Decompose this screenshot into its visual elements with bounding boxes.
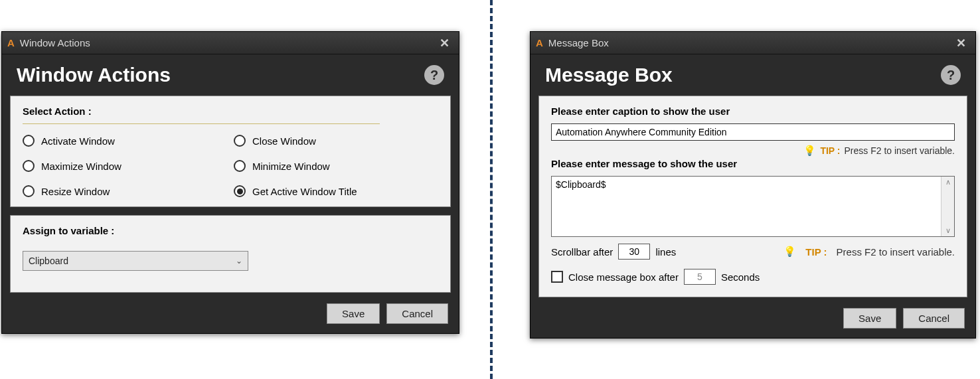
assign-variable-label: Assign to variable : [23, 225, 438, 236]
dialog-header: Message Box ? [531, 54, 975, 96]
select-action-panel: Select Action : Activate Window Close Wi… [10, 96, 451, 207]
save-button[interactable]: Save [327, 303, 380, 324]
radio-activate-window[interactable]: Activate Window [23, 135, 227, 147]
radio-icon [234, 185, 246, 197]
lightbulb-icon: 💡 [803, 145, 816, 157]
radio-label: Resize Window [41, 186, 110, 197]
scroll-up-icon[interactable]: ∧ [945, 178, 951, 187]
scrollbar-setting: Scrollbar after lines [551, 244, 676, 260]
radio-resize-window[interactable]: Resize Window [23, 185, 227, 197]
titlebar-title: Window Actions [20, 37, 436, 48]
tip-label: TIP : [820, 145, 840, 156]
assign-variable-panel: Assign to variable : Clipboard ⌄ [10, 215, 451, 293]
radio-get-active-window-title[interactable]: Get Active Window Title [234, 185, 438, 197]
radio-icon [23, 160, 35, 172]
dialog-heading: Window Actions [17, 64, 424, 86]
radio-label: Maximize Window [41, 161, 122, 172]
radio-label: Get Active Window Title [252, 186, 357, 197]
radio-label: Close Window [252, 135, 316, 147]
tip-row-message: 💡 TIP : Press F2 to insert variable. [783, 246, 955, 258]
scrollbar-suffix: lines [655, 246, 676, 258]
message-textarea[interactable] [552, 177, 941, 236]
radio-maximize-window[interactable]: Maximize Window [23, 160, 227, 172]
dialog-header: Window Actions ? [2, 54, 459, 96]
caption-input[interactable] [551, 123, 955, 141]
close-icon[interactable]: ✕ [952, 36, 970, 50]
scrollbar-lines-input[interactable] [618, 244, 650, 260]
variable-select-value: Clipboard [29, 256, 68, 266]
message-textarea-wrap: ∧ ∨ [551, 176, 955, 237]
dialog-heading: Message Box [545, 64, 941, 86]
tip-row-caption: 💡 TIP : Press F2 to insert variable. [551, 145, 955, 157]
radio-icon [234, 160, 246, 172]
close-after-checkbox[interactable] [551, 271, 563, 283]
lightbulb-icon: 💡 [783, 246, 796, 258]
app-logo-icon: A [7, 37, 15, 48]
help-button[interactable]: ? [941, 65, 961, 85]
close-after-seconds-input[interactable] [684, 269, 716, 285]
dialog-buttons: Save Cancel [2, 297, 459, 333]
tip-label: TIP : [805, 246, 827, 258]
scrollbar-and-tip-row: Scrollbar after lines 💡 TIP : Press F2 t… [551, 244, 955, 260]
help-button[interactable]: ? [424, 65, 444, 85]
close-icon[interactable]: ✕ [436, 36, 453, 50]
radio-close-window[interactable]: Close Window [234, 135, 438, 147]
action-radio-group: Activate Window Close Window Maximize Wi… [23, 135, 438, 197]
radio-label: Activate Window [41, 135, 115, 147]
tip-text: Press F2 to insert variable. [844, 145, 955, 156]
titlebar[interactable]: A Window Actions ✕ [2, 32, 459, 54]
radio-icon [23, 185, 35, 197]
titlebar[interactable]: A Message Box ✕ [531, 32, 975, 54]
radio-minimize-window[interactable]: Minimize Window [234, 160, 438, 172]
app-logo-icon: A [536, 37, 543, 48]
message-label: Please enter message to show the user [551, 158, 955, 169]
cancel-button[interactable]: Cancel [903, 308, 965, 329]
window-actions-dialog: A Window Actions ✕ Window Actions ? Sele… [1, 31, 459, 334]
select-action-label: Select Action : [23, 106, 438, 117]
caption-label: Please enter caption to show the user [551, 106, 955, 117]
scroll-down-icon[interactable]: ∨ [945, 226, 951, 235]
vertical-divider [490, 0, 493, 379]
scrollbar-prefix: Scrollbar after [551, 246, 613, 258]
chevron-down-icon: ⌄ [236, 256, 242, 265]
close-after-label: Close message box after [568, 271, 679, 283]
titlebar-title: Message Box [548, 37, 952, 48]
radio-icon [234, 135, 246, 147]
save-button[interactable]: Save [843, 308, 896, 329]
variable-select[interactable]: Clipboard ⌄ [23, 251, 248, 271]
close-after-suffix: Seconds [721, 271, 760, 283]
close-after-row: Close message box after Seconds [551, 269, 955, 285]
message-box-dialog: A Message Box ✕ Message Box ? Please ent… [530, 31, 976, 339]
dialog-buttons: Save Cancel [531, 301, 975, 338]
section-divider [23, 123, 380, 124]
radio-label: Minimize Window [252, 161, 330, 172]
cancel-button[interactable]: Cancel [386, 303, 448, 324]
textarea-scrollbar[interactable]: ∧ ∨ [941, 177, 954, 236]
message-box-panel: Please enter caption to show the user 💡 … [538, 96, 967, 297]
radio-icon [23, 135, 35, 147]
tip-text: Press F2 to insert variable. [837, 246, 955, 258]
